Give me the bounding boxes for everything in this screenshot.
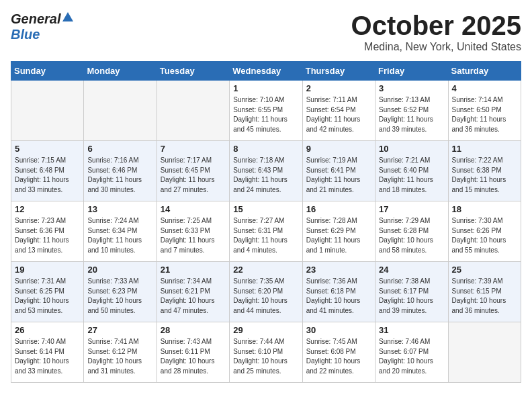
sunrise-text: Sunrise: 7:15 AM	[15, 156, 66, 164]
sunrise-text: Sunrise: 7:19 AM	[306, 156, 357, 164]
sunset-text: Sunset: 6:23 PM	[87, 287, 137, 295]
sunrise-text: Sunrise: 7:28 AM	[306, 217, 357, 224]
daylight-text: Daylight: 10 hours and 36 minutes.	[452, 297, 506, 314]
day-info: Sunrise: 7:30 AMSunset: 6:26 PMDaylight:…	[452, 216, 517, 255]
day-number: 13	[87, 204, 152, 214]
month-title: October 2025	[351, 11, 521, 41]
day-info: Sunrise: 7:19 AMSunset: 6:41 PMDaylight:…	[306, 156, 371, 195]
day-info: Sunrise: 7:31 AMSunset: 6:25 PMDaylight:…	[15, 277, 80, 316]
sunset-text: Sunset: 6:38 PM	[452, 167, 502, 174]
day-number: 29	[233, 325, 298, 335]
sunset-text: Sunset: 6:33 PM	[161, 227, 210, 234]
day-number: 3	[379, 83, 444, 93]
day-info: Sunrise: 7:27 AMSunset: 6:31 PMDaylight:…	[233, 216, 298, 255]
sunrise-text: Sunrise: 7:36 AM	[306, 277, 357, 285]
daylight-text: Daylight: 11 hours and 1 minute.	[306, 236, 361, 254]
daylight-text: Daylight: 11 hours and 42 minutes.	[306, 116, 361, 133]
calendar-cell	[448, 322, 521, 383]
sunrise-text: Sunrise: 7:16 AM	[87, 156, 138, 164]
calendar-cell: 30Sunrise: 7:45 AMSunset: 6:08 PMDayligh…	[302, 322, 375, 383]
sunrise-text: Sunrise: 7:22 AM	[452, 156, 503, 164]
daylight-text: Daylight: 10 hours and 25 minutes.	[233, 357, 287, 375]
daylight-text: Daylight: 10 hours and 39 minutes.	[379, 297, 433, 314]
day-number: 7	[161, 144, 226, 154]
weekday-header-thursday: Thursday	[302, 62, 375, 81]
sunset-text: Sunset: 6:55 PM	[233, 106, 283, 113]
calendar-week-row: 26Sunrise: 7:40 AMSunset: 6:14 PMDayligh…	[11, 322, 521, 383]
day-info: Sunrise: 7:10 AMSunset: 6:55 PMDaylight:…	[233, 95, 298, 134]
day-info: Sunrise: 7:16 AMSunset: 6:46 PMDaylight:…	[87, 156, 152, 195]
calendar-cell: 11Sunrise: 7:22 AMSunset: 6:38 PMDayligh…	[448, 141, 521, 201]
daylight-text: Daylight: 11 hours and 21 minutes.	[306, 176, 361, 193]
sunrise-text: Sunrise: 7:39 AM	[452, 277, 503, 285]
sunrise-text: Sunrise: 7:13 AM	[379, 96, 430, 103]
sunset-text: Sunset: 6:18 PM	[306, 287, 356, 295]
day-info: Sunrise: 7:38 AMSunset: 6:17 PMDaylight:…	[379, 277, 444, 316]
day-info: Sunrise: 7:44 AMSunset: 6:10 PMDaylight:…	[233, 337, 298, 376]
day-info: Sunrise: 7:43 AMSunset: 6:11 PMDaylight:…	[161, 337, 226, 376]
day-number: 28	[161, 325, 226, 335]
sunset-text: Sunset: 6:17 PM	[379, 287, 429, 295]
daylight-text: Daylight: 11 hours and 24 minutes.	[233, 176, 287, 193]
day-number: 24	[379, 265, 444, 275]
sunrise-text: Sunrise: 7:23 AM	[15, 217, 66, 224]
sunrise-text: Sunrise: 7:46 AM	[379, 338, 430, 345]
day-info: Sunrise: 7:11 AMSunset: 6:54 PMDaylight:…	[306, 95, 371, 134]
sunset-text: Sunset: 6:29 PM	[306, 227, 356, 234]
sunrise-text: Sunrise: 7:10 AM	[233, 96, 284, 103]
sunrise-text: Sunrise: 7:33 AM	[87, 277, 138, 285]
sunset-text: Sunset: 6:07 PM	[379, 348, 429, 355]
day-number: 22	[233, 265, 298, 275]
day-number: 4	[452, 83, 517, 93]
sunset-text: Sunset: 6:20 PM	[233, 287, 283, 295]
calendar-week-row: 12Sunrise: 7:23 AMSunset: 6:36 PMDayligh…	[11, 201, 521, 262]
logo: General Blue	[11, 11, 75, 42]
day-number: 15	[233, 204, 298, 214]
calendar-cell: 19Sunrise: 7:31 AMSunset: 6:25 PMDayligh…	[11, 262, 84, 322]
daylight-text: Daylight: 11 hours and 4 minutes.	[233, 236, 287, 254]
sunrise-text: Sunrise: 7:25 AM	[161, 217, 212, 224]
daylight-text: Daylight: 11 hours and 18 minutes.	[379, 176, 433, 193]
day-info: Sunrise: 7:24 AMSunset: 6:34 PMDaylight:…	[87, 216, 152, 255]
day-info: Sunrise: 7:33 AMSunset: 6:23 PMDaylight:…	[87, 277, 152, 316]
daylight-text: Daylight: 11 hours and 7 minutes.	[161, 236, 215, 254]
logo-triangle-icon	[61, 11, 75, 27]
daylight-text: Daylight: 11 hours and 36 minutes.	[452, 116, 506, 133]
day-number: 6	[87, 144, 152, 154]
day-info: Sunrise: 7:25 AMSunset: 6:33 PMDaylight:…	[161, 216, 226, 255]
calendar-cell: 14Sunrise: 7:25 AMSunset: 6:33 PMDayligh…	[157, 201, 229, 262]
calendar-cell: 10Sunrise: 7:21 AMSunset: 6:40 PMDayligh…	[375, 141, 448, 201]
calendar-cell: 12Sunrise: 7:23 AMSunset: 6:36 PMDayligh…	[11, 201, 84, 262]
calendar-cell: 5Sunrise: 7:15 AMSunset: 6:48 PMDaylight…	[11, 141, 84, 201]
sunset-text: Sunset: 6:43 PM	[233, 167, 283, 174]
sunset-text: Sunset: 6:41 PM	[306, 167, 356, 174]
sunrise-text: Sunrise: 7:14 AM	[452, 96, 503, 103]
sunset-text: Sunset: 6:14 PM	[15, 348, 64, 355]
svg-marker-0	[62, 12, 73, 21]
calendar-cell: 15Sunrise: 7:27 AMSunset: 6:31 PMDayligh…	[230, 201, 302, 262]
calendar-cell: 4Sunrise: 7:14 AMSunset: 6:50 PMDaylight…	[448, 81, 521, 141]
sunset-text: Sunset: 6:25 PM	[15, 287, 64, 295]
daylight-text: Daylight: 11 hours and 10 minutes.	[87, 236, 142, 254]
day-number: 11	[452, 144, 517, 154]
daylight-text: Daylight: 11 hours and 30 minutes.	[87, 176, 142, 193]
day-number: 26	[15, 325, 80, 335]
daylight-text: Daylight: 10 hours and 28 minutes.	[161, 357, 215, 375]
daylight-text: Daylight: 10 hours and 22 minutes.	[306, 357, 361, 375]
sunrise-text: Sunrise: 7:21 AM	[379, 156, 430, 164]
calendar-cell: 20Sunrise: 7:33 AMSunset: 6:23 PMDayligh…	[84, 262, 157, 322]
daylight-text: Daylight: 10 hours and 53 minutes.	[15, 297, 69, 314]
sunrise-text: Sunrise: 7:29 AM	[379, 217, 430, 224]
sunrise-text: Sunrise: 7:18 AM	[233, 156, 284, 164]
calendar-week-row: 19Sunrise: 7:31 AMSunset: 6:25 PMDayligh…	[11, 262, 521, 322]
day-info: Sunrise: 7:15 AMSunset: 6:48 PMDaylight:…	[15, 156, 80, 195]
calendar-cell: 31Sunrise: 7:46 AMSunset: 6:07 PMDayligh…	[375, 322, 448, 383]
sunset-text: Sunset: 6:26 PM	[452, 227, 502, 234]
calendar-cell: 7Sunrise: 7:17 AMSunset: 6:45 PMDaylight…	[157, 141, 229, 201]
day-info: Sunrise: 7:13 AMSunset: 6:52 PMDaylight:…	[379, 95, 444, 134]
sunset-text: Sunset: 6:40 PM	[379, 167, 429, 174]
sunset-text: Sunset: 6:36 PM	[15, 227, 64, 234]
day-number: 21	[161, 265, 226, 275]
sunset-text: Sunset: 6:52 PM	[379, 106, 429, 113]
sunrise-text: Sunrise: 7:38 AM	[379, 277, 430, 285]
